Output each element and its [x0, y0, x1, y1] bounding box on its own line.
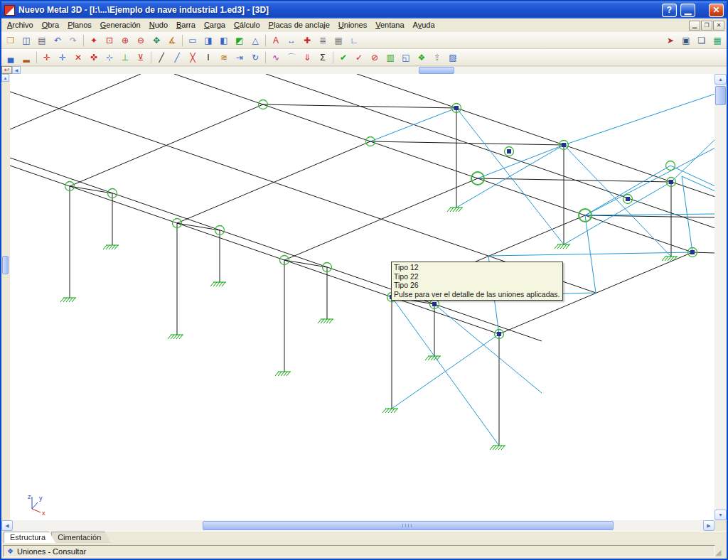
menu-item-uniones[interactable]: Uniones [334, 19, 371, 31]
axis-x-line[interactable] [32, 509, 41, 512]
menu-item-calculo[interactable]: Cálculo [230, 19, 264, 31]
member-bar[interactable] [70, 186, 112, 193]
pandeo-icon[interactable]: ∿ [268, 50, 284, 65]
node-marker[interactable] [507, 149, 511, 154]
seleccionar-icon[interactable]: ➤ [663, 33, 678, 48]
encuadre-icon[interactable]: ✥ [149, 33, 164, 48]
guardar-icon[interactable]: ◫ [18, 33, 34, 48]
member-bar[interactable] [478, 178, 671, 182]
vista-3d-icon[interactable]: ◩ [232, 33, 247, 48]
member-bar[interactable] [174, 74, 692, 252]
mover-nudo-icon[interactable]: ✛ [55, 50, 70, 65]
brace-bar[interactable] [392, 334, 499, 409]
mdi-restore-button[interactable]: ❐ [701, 21, 712, 31]
member-bar[interactable] [357, 74, 714, 197]
medir-icon[interactable]: ∡ [164, 33, 180, 48]
placas-anclaje-icon[interactable]: ▄ [3, 50, 18, 65]
scroll-right-button[interactable]: ▶ [703, 520, 714, 531]
describir-perfil-icon[interactable]: I [200, 50, 216, 65]
member-bar[interactable] [284, 260, 327, 267]
previous-view-button[interactable]: ↩ [1, 66, 12, 74]
material-icon[interactable]: ≋ [216, 50, 232, 65]
member-bar[interactable] [10, 74, 141, 129]
mdi-minimize-button[interactable]: ▁ [689, 21, 700, 31]
calcular-icon[interactable]: ✔ [336, 50, 351, 65]
ver-resultados-icon[interactable]: ▥ [382, 50, 398, 65]
tab-estructura[interactable]: Estructura [4, 532, 55, 543]
redibujar-icon[interactable]: ✦ [86, 33, 102, 48]
horizontal-scrollbar-track[interactable] [13, 520, 703, 531]
node-marker[interactable] [669, 180, 673, 184]
nueva-barra-icon[interactable]: ╱ [154, 50, 169, 65]
marcas-icon[interactable]: ✚ [299, 33, 315, 48]
menu-item-generacion[interactable]: Generación [96, 19, 145, 31]
menu-item-archivo[interactable]: Archivo [3, 19, 38, 31]
hipotesis-icon[interactable]: Σ [315, 50, 331, 65]
node-marker[interactable] [454, 106, 459, 110]
left-scrollbar-thumb[interactable] [2, 256, 9, 274]
vista-planta-icon[interactable]: ▭ [185, 33, 200, 48]
opciones-union-icon[interactable]: ▨ [445, 50, 461, 65]
scroll-left-button[interactable]: ◀ [1, 520, 13, 531]
zapatas-icon[interactable]: ▂ [18, 50, 34, 65]
member-bar[interactable] [370, 141, 564, 145]
capas-icon[interactable]: ≣ [315, 33, 331, 48]
help-button[interactable]: ? [662, 4, 677, 17]
barra-intermedia-icon[interactable]: ╱ [169, 50, 185, 65]
drawing-canvas[interactable]: zyx Tipo 12 Tipo 22 Tipo 26 Pulse para v… [10, 74, 714, 520]
brace-bar[interactable] [564, 145, 671, 257]
left-scroll-up-arrow[interactable]: ▲ [1, 74, 9, 82]
brace-bar[interactable] [585, 214, 714, 215]
zoom-todo-icon[interactable]: ⊕ [117, 33, 133, 48]
crecimiento-icon[interactable]: ⇥ [232, 50, 247, 65]
uniones-consultar-icon[interactable]: ◱ [398, 50, 414, 65]
vertical-scrollbar[interactable]: ▲ ▼ [714, 74, 727, 520]
cotas-icon[interactable]: ↔ [284, 33, 299, 48]
close-button[interactable]: ✕ [709, 4, 724, 17]
scroll-down-button[interactable]: ▼ [714, 510, 727, 520]
menu-item-placas-de-anclaje[interactable]: Placas de anclaje [264, 19, 334, 31]
member-bar[interactable] [692, 252, 714, 253]
member-bar[interactable] [585, 215, 714, 217]
left-scrollbar[interactable]: ▲ [1, 74, 10, 520]
editar-rejilla-icon[interactable]: ▦ [710, 33, 725, 48]
vista-alzado-icon[interactable]: ◨ [200, 33, 216, 48]
menu-item-planos[interactable]: Planos [63, 19, 96, 31]
brace-bar[interactable] [564, 94, 714, 145]
vinculo-interior-icon[interactable]: ✜ [86, 50, 102, 65]
member-bar[interactable] [10, 166, 499, 334]
vertical-scrollbar-track[interactable] [714, 85, 727, 510]
borrar-barra-icon[interactable]: ╳ [185, 50, 200, 65]
imprimir-icon[interactable]: ▤ [34, 33, 50, 48]
resize-grip[interactable]: ◢ [715, 548, 725, 557]
vertical-scrollbar-thumb[interactable] [715, 86, 726, 105]
member-bar[interactable] [70, 104, 263, 186]
menu-item-nudo[interactable]: Nudo [145, 19, 172, 31]
exportar-icon[interactable]: ⇪ [429, 50, 445, 65]
node-marker[interactable] [432, 302, 437, 306]
brace-bar[interactable] [478, 145, 564, 178]
brace-bar[interactable] [434, 304, 542, 393]
detalle-uniones-icon[interactable]: ❖ [414, 50, 429, 65]
deshacer-icon[interactable]: ↶ [50, 33, 65, 48]
comprobar-barras-icon[interactable]: ✓ [351, 50, 367, 65]
pantalla-icon[interactable]: ▣ [678, 33, 694, 48]
top-scrollbar-track[interactable] [21, 66, 727, 74]
brace-bar[interactable] [370, 108, 456, 141]
ortogonal-icon[interactable]: ∟ [346, 33, 362, 48]
node-marker[interactable] [562, 143, 566, 147]
flecha-limite-icon[interactable]: ⌒ [284, 50, 299, 65]
nuevo-nudo-icon[interactable]: ✛ [39, 50, 55, 65]
tab-cimentacion[interactable]: Cimentación [51, 532, 111, 543]
top-scroll-left-arrow[interactable]: ◀ [12, 66, 21, 74]
brace-bar[interactable] [585, 166, 670, 215]
horizontal-scrollbar-thumb[interactable] [203, 521, 614, 530]
texto-icon[interactable]: A [268, 33, 284, 48]
menu-item-obra[interactable]: Obra [38, 19, 63, 31]
minimize-button[interactable]: ▁ [680, 4, 695, 17]
member-bar[interactable] [177, 223, 220, 230]
rehacer-icon[interactable]: ↷ [65, 33, 81, 48]
node-marker[interactable] [497, 332, 501, 336]
mdi-close-button[interactable]: ✕ [713, 21, 724, 31]
node-marker[interactable] [690, 250, 695, 254]
